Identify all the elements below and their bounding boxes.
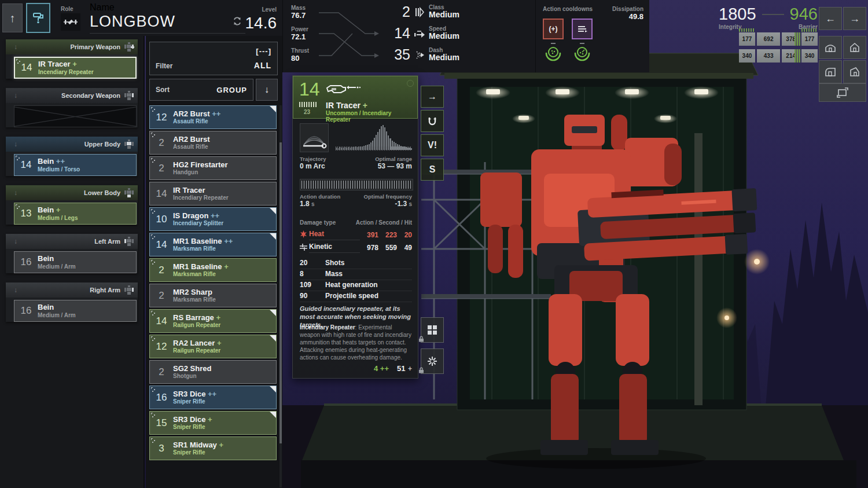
chevron-down-icon: ↓ xyxy=(14,43,17,51)
equipped-left-arm[interactable]: 16 Bein Medium / Arm xyxy=(14,251,137,273)
stats-bar: Mass 76.7 Power 72.1 Thrust 80 2 Class M… xyxy=(282,0,535,72)
item-level: 13 xyxy=(14,208,38,219)
filter-brackets-icon: [---] xyxy=(256,47,271,56)
back-up-button[interactable]: ↑ xyxy=(2,3,23,32)
cooldown-slot-heat[interactable]: (+) xyxy=(543,19,564,39)
list-item[interactable]: 2 SG2 Shred Shotgun xyxy=(149,360,277,384)
hangar-house-icon xyxy=(849,42,860,53)
randomize-name-button[interactable] xyxy=(233,17,245,27)
list-item[interactable]: 2 MR1 Baseline + Marksman Rifle xyxy=(149,258,277,282)
sort-control[interactable]: Sort GROUP xyxy=(149,79,253,101)
part-icon-lower-body xyxy=(124,188,134,198)
item-name: MR1 Baseline xyxy=(173,262,222,271)
item-level: 15 xyxy=(150,417,173,429)
list-item[interactable]: 3 SR1 Midway + Sniper Rifle xyxy=(149,436,277,460)
detail-action-buttons: → V! S xyxy=(421,86,444,181)
variant-button[interactable]: V! xyxy=(421,134,444,156)
item-name: SR3 Dice xyxy=(173,415,205,424)
hangar-house-button[interactable] xyxy=(843,36,866,59)
item-subtitle: Sniper Rifle xyxy=(173,449,223,456)
slot-right-arm: ↓ Right Arm 16 Bein Medium / Arm xyxy=(6,282,138,322)
list-item[interactable]: 14 RS Barrage + Railgun Repeater xyxy=(149,309,277,333)
detail-title: IR Tracer xyxy=(326,101,361,110)
list-item[interactable]: 14 IR Tracer Incendiary Repeater xyxy=(149,182,277,206)
item-level: 14 xyxy=(150,239,173,251)
item-plus: + xyxy=(216,313,220,322)
item-level: 16 xyxy=(150,392,173,403)
item-plus: + xyxy=(224,262,229,271)
item-name: MR1 Baseline xyxy=(173,237,222,245)
expand-view-button[interactable] xyxy=(819,83,866,102)
trajectory-chart xyxy=(300,123,329,152)
next-unit-button[interactable]: → xyxy=(843,7,866,30)
arrow-right-icon: → xyxy=(428,91,437,102)
skin-button[interactable]: S xyxy=(421,159,444,181)
sort-direction-button[interactable]: ↓ xyxy=(256,79,278,101)
hangar-dome-icon xyxy=(825,42,836,53)
lines-arrow-icon xyxy=(577,25,587,33)
list-item[interactable]: 10 IS Dragon ++ Incendiary Splitter xyxy=(149,207,277,231)
scrollbar-thumb[interactable] xyxy=(279,142,282,443)
item-level: 12 xyxy=(150,341,173,353)
item-name: SR1 Midway xyxy=(173,441,217,449)
item-name: IR Tracer xyxy=(38,60,71,68)
list-item[interactable]: 15 SR3 Dice + Sniper Rifle xyxy=(149,411,277,435)
list-item[interactable]: 2 AR2 Burst Assault Rifle xyxy=(149,131,277,155)
level-label: Level xyxy=(262,6,277,13)
chevron-down-icon: ↓ xyxy=(14,140,17,148)
equipped-upper-body[interactable]: 14 Bein ++ Medium / Torso xyxy=(14,154,137,176)
armor-cell: 177 xyxy=(801,32,818,46)
slot-primary-weapon: ↓ Primary Weapon 14 IR Tracer + Incendia… xyxy=(6,39,138,79)
hangar-dome-button[interactable] xyxy=(819,36,842,59)
list-item[interactable]: 12 AR2 Burst ++ Assault Rifle xyxy=(149,105,277,129)
item-plus: + xyxy=(208,415,212,424)
slot-header: ↓ Left Arm xyxy=(6,234,138,249)
mass-stat: Mass 76.7 xyxy=(291,5,306,20)
item-subtitle: Sniper Rifle xyxy=(173,424,212,430)
paint-customize-button[interactable] xyxy=(26,3,50,33)
stat-label: Shots xyxy=(325,259,344,267)
item-name: AR2 Burst xyxy=(173,109,210,118)
empty-secondary-slot[interactable] xyxy=(14,105,137,127)
magnet-link-button[interactable] xyxy=(421,110,444,132)
equipped-primary-weapon[interactable]: 14 IR Tracer + Incendiary Repeater xyxy=(14,57,137,79)
name-field[interactable]: Name LONGBOW xyxy=(90,2,245,34)
damage-cols: Action / Second / Hit xyxy=(356,219,412,226)
cooldown-slot-buff[interactable] xyxy=(572,19,593,39)
filter-value: ALL xyxy=(254,61,271,70)
level-display: Level 14.6 xyxy=(245,3,277,32)
item-subtitle: Medium / Arm xyxy=(38,263,76,270)
equipped-right-arm[interactable]: 16 Bein Medium / Arm xyxy=(14,300,137,322)
armor-cell: 214 xyxy=(782,49,800,63)
item-subtitle: Railgun Repeater xyxy=(173,347,221,354)
item-name: SR3 Dice xyxy=(173,390,205,398)
hangar-shed-button[interactable] xyxy=(843,60,866,83)
item-subtitle: Marksman Rifle xyxy=(173,271,229,277)
module-star-button[interactable] xyxy=(421,348,444,374)
class-value: Medium xyxy=(429,10,459,19)
list-item[interactable]: 14 MR1 Baseline ++ Marksman Rifle xyxy=(149,233,277,256)
filter-control[interactable]: Filter [---] ALL xyxy=(149,42,278,75)
list-item[interactable]: 2 HG2 Firestarter Handgun xyxy=(149,156,277,180)
speed-icon xyxy=(414,29,425,38)
cooldowns-panel: Action cooldowns Dissipation 49.8 (+) xyxy=(535,0,649,72)
equip-button[interactable]: → xyxy=(421,86,444,108)
hangar-shed-icon xyxy=(849,67,860,77)
module-grid-button[interactable] xyxy=(421,317,444,343)
item-name: Bein xyxy=(38,206,54,214)
item-plus: ++ xyxy=(212,109,220,118)
role-selector[interactable] xyxy=(61,13,80,31)
equipped-lower-body[interactable]: 13 Bein + Medium / Legs xyxy=(14,203,137,225)
prev-unit-button[interactable]: ← xyxy=(819,7,842,30)
scrollbar[interactable] xyxy=(279,105,282,487)
list-item[interactable]: 2 MR2 Sharp Marksman Rifle xyxy=(149,284,277,307)
optimal-range-value: 53 — 93 m xyxy=(378,162,412,170)
power-value: 72.1 xyxy=(291,32,308,41)
item-plus: + xyxy=(219,441,223,449)
stat-label: Heat generation xyxy=(325,281,378,289)
list-item[interactable]: 16 SR3 Dice ++ Sniper Rifle xyxy=(149,386,277,409)
info-circle-icon xyxy=(407,80,414,87)
list-item[interactable]: 12 RA2 Lancer + Railgun Repeater xyxy=(149,335,277,358)
hangar-barn-button[interactable] xyxy=(819,60,842,83)
slot-lower-body: ↓ Lower Body 13 Bein + Medium / Legs xyxy=(6,185,138,225)
